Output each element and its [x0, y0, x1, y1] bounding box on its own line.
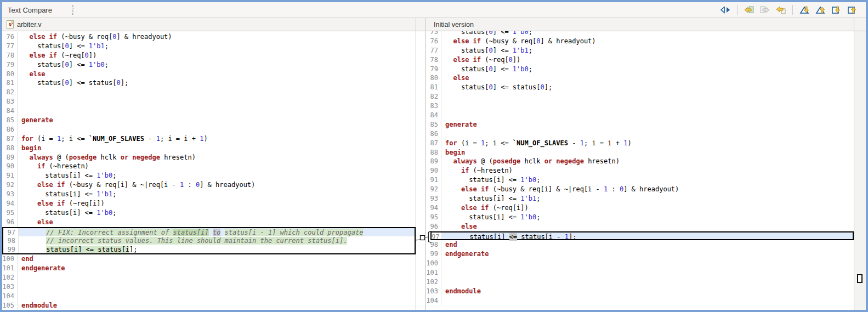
- code-line[interactable]: 97 // FIX: Incorrect assignment of statu…: [2, 227, 416, 236]
- code-line[interactable]: 100end: [2, 254, 416, 264]
- code-line[interactable]: 85generate: [426, 120, 854, 129]
- code-line[interactable]: 93 status[i] <= 1'b1;: [2, 190, 416, 199]
- line-content: else: [18, 218, 416, 227]
- line-number: 88: [2, 144, 18, 153]
- line-number: 83: [426, 101, 441, 111]
- line-number: 99: [3, 245, 19, 253]
- left-code-pane[interactable]: 76 else if (~busy & req[0] & hreadyout)7…: [2, 31, 416, 310]
- line-number: 88: [426, 148, 441, 157]
- code-line[interactable]: 80 else: [2, 70, 416, 79]
- line-content: begin: [441, 148, 854, 157]
- code-line[interactable]: 75 status[0] <= 1'b0;: [426, 31, 854, 37]
- code-line[interactable]: 98 // incorrect status values. This line…: [2, 236, 416, 246]
- code-line[interactable]: 89 always @ (posedge hclk or negedge hre…: [426, 157, 854, 166]
- code-line[interactable]: 103: [2, 282, 416, 292]
- code-line[interactable]: 95 status[i] <= 1'b0;: [2, 208, 416, 218]
- code-line[interactable]: 100: [426, 259, 854, 268]
- line-content: endgenerate: [441, 249, 854, 259]
- code-line[interactable]: 84: [426, 111, 854, 120]
- code-line[interactable]: 80 else: [426, 73, 854, 83]
- code-line[interactable]: 90 if (~hresetn): [426, 166, 854, 175]
- line-number: 96: [426, 222, 441, 231]
- pane-titles-row: v arbiter.v Initial version: [2, 18, 866, 31]
- code-line[interactable]: 98end: [426, 240, 854, 249]
- line-number: 93: [2, 190, 18, 199]
- line-number: 102: [426, 277, 441, 287]
- code-line[interactable]: 101endgenerate: [2, 264, 416, 273]
- line-content: generate: [18, 116, 416, 125]
- line-content: else: [441, 222, 854, 231]
- code-line[interactable]: 91 status[i] <= 1'b0;: [2, 171, 416, 180]
- next-difference-icon[interactable]: [798, 4, 810, 16]
- code-line[interactable]: 81 status[0] <= status[0];: [2, 78, 416, 88]
- code-line[interactable]: 82: [426, 92, 854, 101]
- code-line[interactable]: 94 else if (~req[i]): [2, 199, 416, 208]
- line-content: [441, 296, 854, 305]
- copy-current-change-right-to-left-icon[interactable]: [775, 4, 787, 16]
- code-line[interactable]: 84: [2, 106, 416, 116]
- code-line[interactable]: 103endmodule: [426, 287, 854, 296]
- code-line[interactable]: 76 else if (~busy & req[0] & hreadyout): [426, 37, 854, 46]
- overview-change-marker[interactable]: [857, 274, 863, 283]
- view-menu-dots-icon[interactable]: [72, 5, 73, 15]
- code-line[interactable]: 96 else: [2, 218, 416, 227]
- code-line[interactable]: 96 else: [426, 222, 854, 231]
- code-line[interactable]: 79 status[0] <= 1'b0;: [2, 60, 416, 70]
- code-line[interactable]: 92 else if (~busy & req[i] & ~|req[i - 1…: [2, 180, 416, 190]
- line-number: 90: [2, 162, 18, 171]
- next-change-icon[interactable]: [830, 4, 842, 16]
- code-line[interactable]: 82: [2, 88, 416, 97]
- code-line[interactable]: 102: [426, 277, 854, 287]
- line-number: 103: [426, 287, 441, 296]
- code-line[interactable]: 85generate: [2, 116, 416, 125]
- line-number: 102: [2, 273, 18, 282]
- right-pane-title: Initial version: [426, 18, 854, 31]
- copy-all-left-to-right-icon[interactable]: [759, 4, 771, 16]
- overview-ruler[interactable]: [854, 31, 866, 310]
- code-line[interactable]: 104: [2, 292, 416, 301]
- code-line[interactable]: 87for (i = 1; i <= `NUM_OF_SLAVES - 1; i…: [2, 134, 416, 144]
- line-number: 94: [426, 203, 441, 213]
- copy-all-right-to-left-icon[interactable]: [743, 4, 755, 16]
- code-line[interactable]: 104: [426, 296, 854, 305]
- code-line[interactable]: 95 status[i] <= 1'b0;: [426, 213, 854, 222]
- line-content: end: [18, 254, 416, 264]
- code-line[interactable]: 88begin: [2, 144, 416, 153]
- line-number: 78: [2, 51, 18, 60]
- code-line[interactable]: 92 else if (~busy & req[i] & ~|req[i - 1…: [426, 185, 854, 194]
- code-line[interactable]: 78 else if (~req[0]): [2, 51, 416, 60]
- code-line[interactable]: 88begin: [426, 148, 854, 157]
- code-line[interactable]: 78 else if (~req[0]): [426, 55, 854, 65]
- code-line[interactable]: 86: [2, 125, 416, 134]
- line-content: [441, 129, 854, 139]
- code-line[interactable]: 105endmodule: [2, 301, 416, 310]
- previous-difference-icon[interactable]: [814, 4, 826, 16]
- code-line[interactable]: 83: [426, 101, 854, 111]
- previous-change-icon[interactable]: [846, 4, 858, 16]
- code-line[interactable]: 79 status[0] <= 1'b0;: [426, 65, 854, 74]
- code-line[interactable]: 102: [2, 273, 416, 282]
- code-line[interactable]: 87for (i = 1; i <= `NUM_OF_SLAVES - 1; i…: [426, 139, 854, 148]
- line-content: [18, 282, 416, 292]
- code-line[interactable]: 99endgenerate: [426, 249, 854, 259]
- code-line[interactable]: 94 else if (~req[i]): [426, 203, 854, 213]
- line-content: [18, 88, 416, 97]
- code-line[interactable]: 77 status[0] <= 1'b1;: [2, 42, 416, 51]
- code-line[interactable]: 86: [426, 129, 854, 139]
- code-line[interactable]: 83: [2, 97, 416, 106]
- line-number: 82: [426, 92, 441, 101]
- right-code-pane[interactable]: 75 status[0] <= 1'b0;76 else if (~busy &…: [426, 31, 854, 310]
- code-line[interactable]: 99 status[i] <= status[i];: [2, 245, 416, 254]
- code-line[interactable]: 90 if (~hresetn): [2, 162, 416, 171]
- code-line[interactable]: 97 status[i] <= status[i - 1];: [430, 231, 854, 241]
- swap-left-right-icon[interactable]: [719, 4, 731, 16]
- line-number: 80: [2, 70, 18, 79]
- code-line[interactable]: 91 status[i] <= 1'b0;: [426, 175, 854, 185]
- code-line[interactable]: 76 else if (~busy & req[0] & hreadyout): [2, 32, 416, 42]
- line-number: 85: [426, 120, 441, 129]
- code-line[interactable]: 81 status[0] <= status[0];: [426, 83, 854, 92]
- code-line[interactable]: 89 always @ (posedge hclk or negedge hre…: [2, 153, 416, 162]
- code-line[interactable]: 77 status[0] <= 1'b1;: [426, 46, 854, 55]
- code-line[interactable]: 93 status[i] <= 1'b1;: [426, 194, 854, 203]
- code-line[interactable]: 101: [426, 268, 854, 277]
